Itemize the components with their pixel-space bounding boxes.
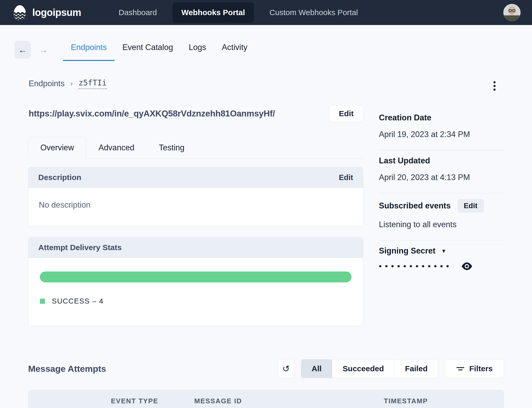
- filter-failed[interactable]: Failed: [394, 360, 438, 378]
- logo-icon: [11, 4, 28, 21]
- breadcrumb-endpoints[interactable]: Endpoints: [29, 79, 65, 88]
- endpoint-url: https://play.svix.com/in/e_qyAXKQ58rVdzn…: [28, 109, 275, 119]
- delivery-stats-body: SUCCESS – 4: [28, 258, 363, 326]
- edit-description-button[interactable]: Edit: [339, 173, 353, 182]
- nav-item-webhooks-portal[interactable]: Webhooks Portal: [172, 2, 254, 23]
- edit-subscribed-events-button[interactable]: Edit: [458, 199, 484, 213]
- column-header-actions: [484, 397, 502, 405]
- description-card: Description Edit No description: [28, 167, 363, 226]
- last-updated-value: April 20, 2023 at 4:13 PM: [379, 173, 504, 182]
- status-filter-segmented: All Succeeded Failed: [301, 359, 438, 378]
- endpoint-tabs: Overview Advanced Testing: [28, 137, 363, 159]
- tab-endpoints[interactable]: Endpoints: [63, 39, 115, 61]
- last-updated-section: Last Updated April 20, 2023 at 4:13 PM: [379, 150, 504, 193]
- creation-date-value: April 19, 2023 at 2:34 PM: [379, 130, 504, 139]
- column-header-status: [28, 397, 111, 405]
- message-attempts-title: Message Attempts: [28, 364, 106, 374]
- chevron-down-icon[interactable]: ▾: [442, 247, 445, 255]
- description-card-header: Description Edit: [28, 167, 363, 188]
- filters-label: Filters: [469, 364, 493, 373]
- column-header-event-type: EVENT TYPE: [111, 397, 194, 405]
- column-header-timestamp: TIMESTAMP: [384, 397, 484, 405]
- creation-date-section: Creation Date April 19, 2023 at 2:34 PM: [379, 107, 504, 150]
- no-description-text: No description: [39, 200, 90, 209]
- message-attempts-controls: ↺ All Succeeded Failed Filters: [278, 359, 504, 378]
- edit-url-button[interactable]: Edit: [329, 105, 363, 122]
- description-body: No description: [28, 188, 363, 226]
- tab-activity[interactable]: Activity: [214, 39, 255, 61]
- success-legend-swatch: [40, 299, 45, 304]
- navbar: logoipsum Dashboard Webhooks Portal Cust…: [0, 0, 532, 25]
- eye-icon: [461, 262, 473, 271]
- avatar-image: [503, 4, 521, 21]
- message-attempts-table: EVENT TYPE MESSAGE ID TIMESTAMP ✓ Succee…: [28, 390, 504, 408]
- filters-button[interactable]: Filters: [445, 359, 504, 378]
- page: logoipsum Dashboard Webhooks Portal Cust…: [0, 0, 532, 408]
- delivery-stats-title: Attempt Delivery Stats: [38, 243, 122, 252]
- reveal-secret-button[interactable]: [461, 262, 473, 271]
- refresh-button[interactable]: ↺: [278, 359, 294, 378]
- endpoint-url-row: https://play.svix.com/in/e_qyAXKQ58rVdzn…: [28, 105, 363, 122]
- endpoint-detail: https://play.svix.com/in/e_qyAXKQ58rVdzn…: [28, 105, 363, 326]
- logo: logoipsum: [11, 4, 81, 21]
- signing-secret-value-row: ••••••••••••: [379, 262, 504, 271]
- signing-secret-section: Signing Secret ▾ ••••••••••••: [379, 240, 504, 282]
- chevron-right-icon: ›: [70, 79, 73, 88]
- subscribed-events-section: Subscribed events Edit Listening to all …: [379, 193, 504, 240]
- message-attempts-header: Message Attempts ↺ All Succeeded Failed …: [28, 359, 504, 378]
- description-title: Description: [38, 173, 81, 182]
- creation-date-label: Creation Date: [379, 113, 504, 122]
- kebab-icon: [493, 81, 496, 83]
- back-button[interactable]: ←: [15, 41, 31, 59]
- breadcrumb-row: Endpoints › z5fTIi: [29, 78, 498, 94]
- nav-item-dashboard[interactable]: Dashboard: [110, 2, 166, 23]
- success-stats-bar: [40, 271, 352, 282]
- filter-icon: [456, 365, 465, 372]
- signing-secret-label: Signing Secret: [379, 246, 435, 256]
- stats-legend: SUCCESS – 4: [40, 297, 352, 305]
- signing-secret-masked-value: ••••••••••••: [379, 262, 452, 271]
- tab-testing[interactable]: Testing: [147, 137, 197, 158]
- subscribed-events-row: Subscribed events Edit: [379, 199, 504, 213]
- refresh-icon: ↺: [282, 363, 290, 374]
- tab-advanced[interactable]: Advanced: [86, 137, 147, 158]
- main-content: https://play.svix.com/in/e_qyAXKQ58rVdzn…: [28, 105, 504, 326]
- column-header-message-id: MESSAGE ID: [194, 397, 384, 405]
- tab-event-catalog[interactable]: Event Catalog: [115, 39, 181, 61]
- filter-all[interactable]: All: [301, 360, 332, 378]
- forward-button[interactable]: →: [39, 45, 48, 55]
- breadcrumb: Endpoints › z5fTIi: [29, 78, 107, 89]
- logo-text: logoipsum: [32, 7, 81, 18]
- delivery-stats-card: Attempt Delivery Stats SUCCESS – 4: [28, 237, 363, 326]
- portal-tabs-row: ← → Endpoints Event Catalog Logs Activit…: [15, 39, 504, 61]
- subscribed-events-label: Subscribed events: [379, 201, 451, 211]
- endpoint-sidebar: Creation Date April 19, 2023 at 2:34 PM …: [379, 105, 504, 282]
- tab-overview[interactable]: Overview: [28, 137, 86, 159]
- breadcrumb-current-endpoint[interactable]: z5fTIi: [78, 78, 107, 89]
- filter-succeeded[interactable]: Succeeded: [332, 360, 394, 378]
- nav-item-custom-webhooks-portal[interactable]: Custom Webhooks Portal: [261, 2, 367, 23]
- portal-tabs: Endpoints Event Catalog Logs Activity: [63, 39, 255, 61]
- endpoint-options-button[interactable]: [491, 78, 498, 94]
- main-nav: Dashboard Webhooks Portal Custom Webhook…: [110, 2, 367, 23]
- tab-logs[interactable]: Logs: [181, 39, 214, 61]
- subscribed-events-value: Listening to all events: [379, 220, 504, 229]
- success-legend-label: SUCCESS – 4: [52, 297, 104, 305]
- last-updated-label: Last Updated: [379, 156, 504, 165]
- signing-secret-row: Signing Secret ▾: [379, 246, 504, 256]
- back-arrow-icon: ←: [18, 45, 27, 55]
- table-header-row: EVENT TYPE MESSAGE ID TIMESTAMP: [28, 390, 504, 408]
- avatar[interactable]: [503, 4, 521, 21]
- forward-arrow-icon: →: [39, 45, 48, 55]
- delivery-stats-header: Attempt Delivery Stats: [28, 237, 363, 258]
